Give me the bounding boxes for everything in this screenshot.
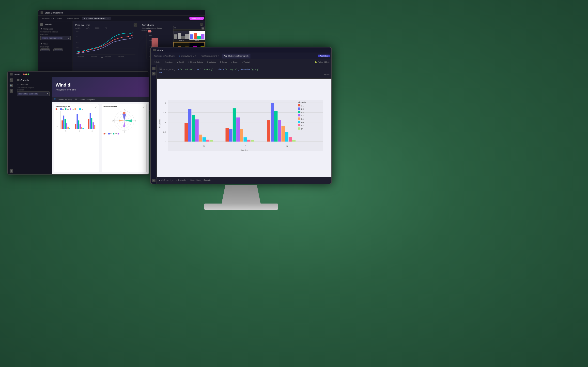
theme-plotly[interactable]: Plotly bbox=[189, 29, 205, 42]
svg-rect-95 bbox=[271, 103, 274, 142]
wind-strength-expand[interactable]: ⤢ bbox=[94, 105, 97, 108]
svg-text:1: 1 bbox=[165, 121, 166, 123]
wind-sidebar-settings[interactable]: ⚙ bbox=[10, 89, 13, 93]
monitor-chart-svg: 0 0.5 1 1.5 2 frequency N E S direction bbox=[158, 80, 330, 175]
stock-titlebar: ⬛ Stock Comparison bbox=[38, 10, 205, 15]
svg-text:6+: 6+ bbox=[301, 128, 303, 130]
svg-text:Jul 2018: Jul 2018 bbox=[91, 56, 97, 57]
wind-charts-area: Wind strength by... ⤢ 0-1 1-2 bbox=[52, 102, 149, 174]
wind-body: ⬛ 🔍 ⚙ ☰ Controls ▼ Direction Directions … bbox=[8, 77, 149, 174]
svg-text:1.4: 1.4 bbox=[76, 36, 78, 37]
svg-text:frequency: frequency bbox=[159, 119, 161, 128]
monitor-tab-welcome[interactable]: Welcome to App Studio bbox=[152, 54, 177, 59]
wind-strength-title: Wind strength by... bbox=[56, 106, 97, 107]
svg-text:0.5: 0.5 bbox=[163, 131, 166, 133]
direction-tags: × N × N3 × S3 × E bbox=[18, 93, 38, 95]
wind-sidebar-bottom[interactable]: ☰ bbox=[10, 169, 13, 173]
dot-red bbox=[23, 73, 25, 75]
tag-fb: ● FB bbox=[57, 37, 62, 39]
stock-controls-header: Controls bbox=[40, 23, 71, 26]
wind-main: Controls ▼ Direction Directions to compa… bbox=[15, 77, 149, 174]
svg-rect-88 bbox=[233, 108, 236, 142]
variables-button[interactable]: ⊞ Variables bbox=[206, 61, 217, 64]
stock-tab-welcome[interactable]: Welcome to App Studio bbox=[40, 17, 64, 20]
svg-text:1: 1 bbox=[57, 119, 57, 121]
svg-text:0.8: 0.8 bbox=[76, 53, 78, 55]
monitor-tab-active[interactable]: App Studio: healthcare.pynb bbox=[222, 54, 251, 59]
svg-text:W: W bbox=[112, 120, 114, 122]
wind-cardinality-legend: 0-1 1-2 2-3 bbox=[104, 133, 145, 134]
wind-rose-svg: N E S W 0.5 1 1.5 2 bbox=[112, 108, 137, 133]
show-source-button[interactable]: Show Source bbox=[189, 17, 204, 20]
monitor-sidebar-icon-1[interactable]: ☰ bbox=[152, 67, 155, 70]
wind-sidebar-home[interactable]: ⬛ bbox=[10, 78, 13, 82]
wind-strength-card: Wind strength by... ⤢ 0-1 1-2 bbox=[54, 104, 99, 172]
tag-aapl: ● AAPL bbox=[42, 37, 48, 39]
svg-rect-92 bbox=[247, 140, 250, 142]
run-all-button[interactable]: ▶ Run All bbox=[176, 61, 185, 64]
wind-sidebar-search[interactable]: 🔍 bbox=[10, 84, 13, 87]
svg-rect-31 bbox=[75, 124, 76, 129]
contact: Contact: info@plot.ly bbox=[79, 99, 95, 100]
wind-controls-icon bbox=[17, 79, 19, 81]
date-to[interactable]: 12/31/2019 bbox=[53, 48, 63, 51]
svg-text:N: N bbox=[124, 109, 125, 111]
stock-tab-finance[interactable]: finance.ipynb bbox=[65, 17, 81, 20]
monitor-tabs: Welcome to App Studio ≡ energy.ipynb U ✕… bbox=[151, 53, 331, 59]
date-range-label: Date range bbox=[40, 46, 71, 48]
price-chart-svg: Jan 2018 Jul 2018 Jan 2019 Jul 2019 1.6 … bbox=[75, 30, 137, 59]
theme-gear-icon[interactable]: ⚙ bbox=[201, 27, 204, 30]
svg-text:1.2: 1.2 bbox=[76, 42, 78, 44]
code-button[interactable]: + Code bbox=[153, 61, 161, 63]
monitor-main: ... filtered_wind, x= "direction" , y= "… bbox=[157, 65, 331, 184]
monitor-sidebar: ☰ ⚙ ⚙ bbox=[151, 65, 157, 184]
monitor-sidebar-bottom[interactable]: ⚙ bbox=[152, 179, 155, 182]
svg-rect-79 bbox=[188, 109, 192, 142]
company-input[interactable]: ● AAPL ● GOOG ● FB ▼ bbox=[40, 36, 71, 40]
svg-rect-85 bbox=[210, 140, 213, 142]
stock-tab-active[interactable]: App Studio: finance.ipynb ✕ bbox=[82, 17, 111, 20]
clear-outputs-button[interactable]: ✕ Clear All Outputs bbox=[187, 61, 204, 64]
monitor: ⬛ demo Welcome to App Studio ≡ energy.ip… bbox=[150, 47, 342, 224]
wind-cardinality-expand[interactable]: ⤢ bbox=[142, 105, 145, 108]
direction-input[interactable]: × N × N3 × S3 × E ▼ bbox=[17, 91, 50, 96]
time-section-header: ▼ Time bbox=[40, 43, 71, 45]
svg-text:S: S bbox=[124, 131, 125, 133]
markdown-button[interactable]: + Markdown bbox=[162, 61, 174, 63]
wind-strength-chart: N E S 1.5 1 0.5 bbox=[56, 111, 97, 133]
monitor-tab-energy[interactable]: ≡ energy.ipynb U ✕ bbox=[177, 54, 199, 59]
svg-rect-81 bbox=[195, 119, 199, 142]
svg-text:0-1: 0-1 bbox=[301, 105, 304, 107]
expand-icon[interactable]: ⤢ bbox=[134, 23, 137, 27]
svg-text:N: N bbox=[203, 145, 205, 147]
wind-sidebar: ⬛ 🔍 ⚙ ☰ bbox=[8, 77, 15, 174]
tag-s3: × S3 bbox=[29, 93, 34, 95]
svg-rect-41 bbox=[94, 125, 95, 129]
svg-text:1.5: 1.5 bbox=[163, 112, 166, 114]
wind-page-subtitle: Analysis of wind stre bbox=[56, 88, 145, 91]
theme-neutral[interactable]: Neutral bbox=[173, 29, 189, 42]
companies-description: Companies to compare bbox=[40, 31, 71, 33]
svg-rect-29 bbox=[67, 127, 69, 129]
app-editor-button[interactable]: App Editor bbox=[318, 55, 330, 57]
svg-text:S: S bbox=[92, 130, 93, 132]
controls-icon bbox=[40, 23, 43, 26]
monitor-tab-healthcare[interactable]: healthcare.pynb U ✕ bbox=[199, 54, 221, 59]
svg-rect-83 bbox=[202, 137, 206, 142]
outline-button[interactable]: ☰ Outline bbox=[218, 61, 228, 64]
monitor-sidebar-icon-2[interactable]: ⚙ bbox=[152, 72, 155, 75]
wind-page-title: Wind di bbox=[56, 83, 145, 88]
svg-rect-40 bbox=[93, 122, 94, 129]
direction-section-header: ▼ Direction bbox=[17, 83, 50, 86]
bottom-code: def sort_directions(df, direction_column… bbox=[161, 179, 211, 181]
svg-rect-28 bbox=[66, 123, 67, 129]
restart-button[interactable]: ↺ Restart bbox=[241, 61, 251, 64]
export-button[interactable]: ↗ Export bbox=[230, 61, 239, 64]
date-from[interactable]: 01/01/2018 bbox=[40, 48, 50, 51]
svg-rect-96 bbox=[274, 111, 278, 142]
svg-rect-115 bbox=[298, 124, 300, 126]
companies-section-header: ▼ Companies bbox=[40, 28, 71, 30]
svg-text:5-6: 5-6 bbox=[301, 125, 304, 127]
svg-text:0.5: 0.5 bbox=[57, 125, 58, 127]
svg-text:1.0: 1.0 bbox=[76, 47, 78, 48]
